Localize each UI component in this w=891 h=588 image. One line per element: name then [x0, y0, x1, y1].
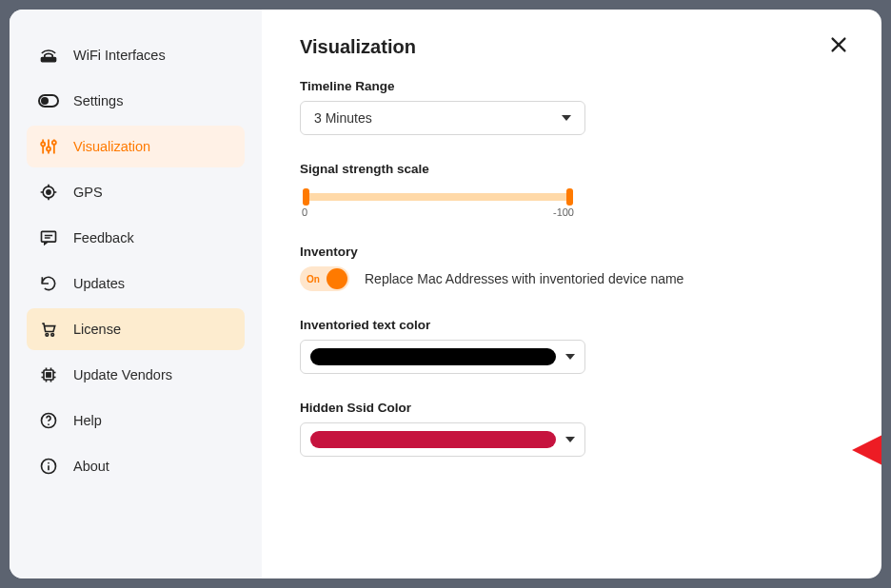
- svg-point-20: [46, 334, 49, 337]
- sidebar-item-label: About: [73, 459, 109, 474]
- svg-rect-0: [42, 58, 56, 62]
- refresh-icon: [38, 273, 59, 294]
- sidebar-item-label: WiFi Interfaces: [73, 48, 166, 63]
- svg-point-21: [51, 334, 54, 337]
- sidebar-item-feedback[interactable]: Feedback: [27, 217, 245, 259]
- timeline-range-label: Timeline Range: [300, 79, 843, 93]
- svg-point-33: [48, 423, 50, 425]
- svg-rect-23: [47, 373, 50, 377]
- sidebar-item-label: Settings: [73, 93, 123, 108]
- sidebar-item-update-vendors[interactable]: Update Vendors: [27, 354, 245, 396]
- sidebar-item-label: Update Vendors: [73, 367, 172, 382]
- hidden-ssid-color-group: Hidden Ssid Color: [300, 401, 843, 457]
- signal-strength-label: Signal strength scale: [300, 162, 843, 176]
- inventory-group: Inventory On Replace Mac Addresses with …: [300, 245, 843, 291]
- hidden-ssid-color-swatch: [310, 431, 556, 448]
- svg-point-8: [47, 147, 50, 151]
- inventoried-text-color-group: Inventoried text color: [300, 318, 843, 374]
- chat-icon: [38, 227, 59, 248]
- crosshair-icon: [38, 182, 59, 203]
- toggle-on-label: On: [307, 274, 320, 284]
- slider-handle-max[interactable]: [566, 188, 573, 206]
- svg-point-12: [47, 190, 50, 194]
- sidebar-item-license[interactable]: License: [27, 308, 245, 350]
- info-icon: [38, 456, 59, 477]
- sidebar-item-label: Feedback: [73, 230, 134, 245]
- page-title: Visualization: [300, 36, 843, 58]
- toggle-knob: [327, 268, 347, 289]
- sidebar-item-label: Updates: [73, 276, 125, 291]
- slider-track: [306, 193, 570, 201]
- svg-marker-39: [852, 431, 881, 469]
- svg-rect-17: [42, 231, 56, 242]
- content-panel: Visualization Timeline Range 3 Minutes S…: [262, 10, 881, 578]
- sidebar-item-gps[interactable]: GPS: [27, 171, 245, 213]
- slider-handle-min[interactable]: [303, 188, 309, 206]
- sidebar-item-label: Help: [73, 413, 102, 428]
- chevron-down-icon: [565, 354, 575, 360]
- sidebar-item-label: GPS: [73, 185, 103, 200]
- svg-point-35: [48, 462, 50, 464]
- chevron-down-icon: [565, 437, 575, 442]
- close-button[interactable]: [828, 34, 853, 59]
- sidebar-item-about[interactable]: About: [27, 445, 245, 487]
- sidebar-item-label: License: [73, 322, 121, 337]
- signal-strength-group: Signal strength scale 0 -100: [300, 162, 843, 218]
- sidebar-item-label: Visualization: [73, 139, 150, 154]
- svg-point-10: [52, 141, 56, 145]
- callout-arrow: [852, 426, 881, 474]
- cart-icon: [38, 319, 59, 340]
- inventory-label: Inventory: [300, 245, 843, 259]
- router-icon: [38, 45, 59, 66]
- sidebar-item-settings[interactable]: Settings: [27, 80, 245, 122]
- hidden-ssid-color-label: Hidden Ssid Color: [300, 401, 843, 415]
- help-icon: [38, 410, 59, 431]
- inventoried-color-swatch: [310, 348, 556, 365]
- inventoried-text-color-select[interactable]: [300, 340, 585, 374]
- inventory-toggle[interactable]: On: [300, 266, 349, 291]
- slider-min-label: 0: [302, 206, 307, 218]
- sidebar-item-visualization[interactable]: Visualization: [27, 126, 245, 167]
- inventory-description: Replace Mac Addresses with inventoried d…: [365, 271, 683, 286]
- slider-max-label: -100: [553, 206, 574, 218]
- toggle-icon: [38, 90, 59, 111]
- timeline-range-select[interactable]: 3 Minutes: [300, 101, 585, 135]
- sidebar-item-wifi-interfaces[interactable]: WiFi Interfaces: [27, 34, 245, 76]
- timeline-range-group: Timeline Range 3 Minutes: [300, 79, 843, 135]
- signal-strength-slider[interactable]: 0 -100: [300, 184, 576, 218]
- settings-window: WiFi Interfaces Settings Visualization: [10, 10, 881, 578]
- svg-point-6: [41, 143, 45, 147]
- sidebar-item-updates[interactable]: Updates: [27, 263, 245, 304]
- hidden-ssid-color-select[interactable]: [300, 422, 585, 457]
- svg-point-4: [41, 97, 49, 105]
- inventoried-text-color-label: Inventoried text color: [300, 318, 843, 332]
- sidebar: WiFi Interfaces Settings Visualization: [10, 10, 262, 578]
- sidebar-item-help[interactable]: Help: [27, 400, 245, 441]
- sliders-icon: [38, 136, 59, 157]
- chip-icon: [38, 364, 59, 385]
- timeline-range-value: 3 Minutes: [314, 110, 372, 126]
- chevron-down-icon: [562, 115, 571, 121]
